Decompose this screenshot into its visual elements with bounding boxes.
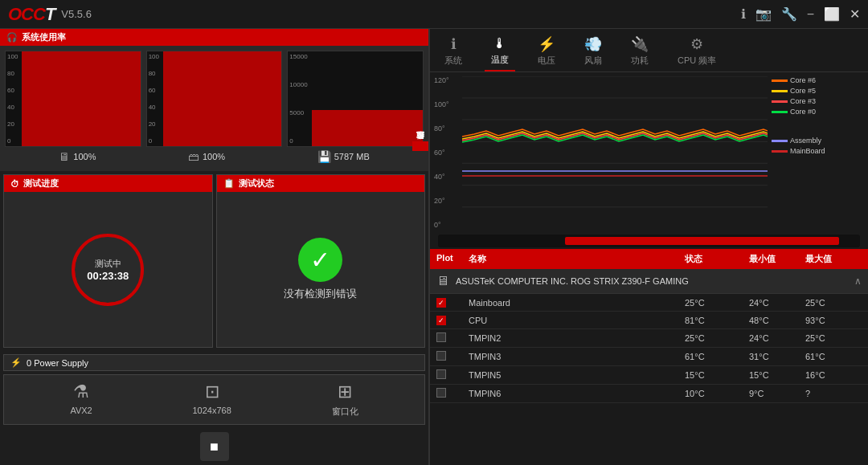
middle-row: ⏱ 测试进度 测试中 00:23:38 📋 测试状态 ✓ [0, 171, 428, 351]
collapse-icon[interactable]: ∧ [854, 275, 862, 287]
col-max: 最大值 [805, 253, 862, 265]
legend-color-core3 [772, 100, 788, 103]
tab-power[interactable]: 🔌 功耗 [624, 32, 655, 71]
checkbox-tmpin5[interactable] [436, 369, 469, 381]
name-cpu: CPU [469, 316, 685, 325]
tab-temperature[interactable]: 🌡 温度 [485, 32, 515, 71]
info-icon[interactable]: ℹ [741, 6, 746, 22]
tab-fan[interactable]: 💨 风扇 [578, 32, 608, 71]
fan-tab-icon: 💨 [584, 35, 602, 53]
min-mainboard: 24°C [749, 298, 805, 308]
memory-chart: 100806040200 [146, 51, 283, 147]
system-usage-header: 🎧 系统使用率 [0, 29, 428, 46]
legend-core3: Core #3 [772, 97, 864, 105]
legend-label-core0: Core #0 [790, 108, 816, 116]
progress-content: 测试中 00:23:38 [4, 192, 212, 347]
test-progress-box: ⏱ 测试进度 测试中 00:23:38 [3, 174, 213, 348]
tab-voltage[interactable]: ⚡ 电压 [531, 32, 562, 71]
stop-button[interactable]: ■ [200, 432, 229, 461]
voltage-tab-icon: ⚡ [538, 35, 555, 53]
test-progress-header: ⏱ 测试进度 [4, 175, 212, 192]
chart-y-axis: 120°100°80°60°40°20°0° [434, 76, 449, 229]
chart-scrollbar[interactable] [438, 235, 860, 247]
voltage-tab-label: 电压 [538, 55, 555, 67]
stats-row: 🖥 100% 🗃 100% 💾 5787 MB [5, 147, 424, 166]
temp-tab-icon: 🌡 [493, 35, 507, 52]
temp-chart-area: 120°100°80°60°40°20°0° [430, 72, 868, 233]
stop-btn-row: ■ [0, 428, 428, 465]
table-row: TMPIN2 25°C 24°C 25°C [430, 329, 868, 348]
headphone-icon: 🎧 [6, 32, 18, 43]
max-tmpin5: 16°C [805, 370, 862, 380]
camera-icon[interactable]: 📷 [755, 6, 772, 22]
temp-tab-label: 温度 [491, 54, 509, 66]
col-name: 名称 [469, 253, 685, 265]
cpu-freq-tab-label: CPU 频率 [678, 55, 716, 67]
col-min: 最小值 [749, 253, 805, 265]
table-header: Plot 名称 状态 最小值 最大值 [430, 249, 868, 269]
resolution-icon: ⊡ [205, 381, 219, 402]
avx2-button[interactable]: ⚗ AVX2 [70, 381, 92, 418]
system-usage-section: 🎧 系统使用率 100806040200 100806040200 [0, 29, 428, 171]
checkbox-tmpin6[interactable] [436, 388, 469, 399]
windowed-label: 窗口化 [332, 406, 358, 418]
resolution-label: 1024x768 [192, 406, 231, 415]
tab-cpu-freq[interactable]: ⚙ CPU 频率 [671, 32, 723, 71]
max-cpu: 93°C [805, 316, 862, 325]
temp-chart-svg [462, 76, 768, 229]
scrollbar-thumb [565, 237, 839, 245]
name-tmpin2: TMPIN2 [469, 333, 685, 343]
cpu-y-labels: 100806040200 [7, 53, 18, 145]
left-panel: 🎧 系统使用率 100806040200 100806040200 [0, 29, 430, 465]
table-row: TMPIN3 61°C 31°C 61°C [430, 348, 868, 366]
max-mainboard: 25°C [805, 298, 862, 308]
cpu-stat: 🖥 100% [59, 150, 96, 163]
minimize-button[interactable]: − [807, 7, 814, 22]
window-controls: ℹ 📷 🔧 − ⬜ ✕ [741, 6, 860, 22]
checkbox-mainboard[interactable] [436, 297, 469, 308]
motherboard-icon: 🖥 [436, 274, 449, 288]
tools-icon[interactable]: 🔧 [781, 6, 797, 22]
right-panel: ℹ 系统 🌡 温度 ⚡ 电压 💨 风扇 🔌 功耗 ⚙ CPU 频率 [430, 29, 868, 465]
power-icon: ⚡ [10, 357, 22, 368]
legend-color-mainboard [772, 150, 788, 153]
status-tmpin6: 10°C [685, 389, 749, 398]
resolution-button[interactable]: ⊡ 1024x768 [192, 381, 231, 418]
test-status-header: 📋 测试状态 [217, 175, 425, 192]
legend-core5: Core #5 [772, 87, 864, 95]
checkbox-tmpin2[interactable] [436, 332, 469, 344]
cpu-freq-tab-icon: ⚙ [690, 35, 703, 53]
device-info: 🖥 ASUSTeK COMPUTER INC. ROG STRIX Z390-F… [436, 274, 689, 288]
check-circle: ✓ [298, 238, 342, 282]
tab-system[interactable]: ℹ 系统 [438, 32, 469, 71]
status-content: ✓ 没有检测到错误 [217, 192, 425, 347]
app-logo: OCCT [8, 4, 55, 25]
table-row: Mainboard 25°C 24°C 25°C [430, 294, 868, 312]
maximize-button[interactable]: ⬜ [824, 6, 840, 22]
legend-color-core5 [772, 90, 788, 92]
disk-icon: 💾 [317, 150, 331, 163]
checkbox-tmpin3[interactable] [436, 351, 469, 362]
monitor-tabs: ℹ 系统 🌡 温度 ⚡ 电压 💨 风扇 🔌 功耗 ⚙ CPU 频率 [430, 29, 868, 72]
checkbox-cpu[interactable] [436, 315, 469, 325]
testing-label: 测试中 [95, 258, 121, 270]
name-tmpin6: TMPIN6 [469, 389, 685, 398]
flask-icon: ⚗ [73, 381, 89, 402]
system-tab-icon: ℹ [451, 35, 457, 53]
ram-icon: 🗃 [188, 150, 199, 163]
max-tmpin3: 61°C [805, 352, 862, 361]
name-tmpin3: TMPIN3 [469, 352, 685, 361]
monitor-icon: 🖥 [59, 150, 70, 163]
test-progress-label: 测试进度 [23, 177, 59, 190]
min-tmpin3: 31°C [749, 352, 805, 361]
device-header: 🖥 ASUSTeK COMPUTER INC. ROG STRIX Z390-F… [430, 269, 868, 294]
test-status-label: 测试状态 [239, 177, 274, 190]
status-tmpin3: 61°C [685, 352, 749, 361]
legend-color-core6 [772, 80, 788, 82]
close-button[interactable]: ✕ [850, 6, 860, 22]
legend-assembly: Assembly [772, 137, 864, 145]
side-tab[interactable]: 监控和系统信息 [412, 141, 428, 151]
legend-mainboard: MainBoard [772, 147, 864, 155]
windowed-button[interactable]: ⊞ 窗口化 [332, 381, 358, 418]
status-cpu: 81°C [685, 316, 749, 325]
